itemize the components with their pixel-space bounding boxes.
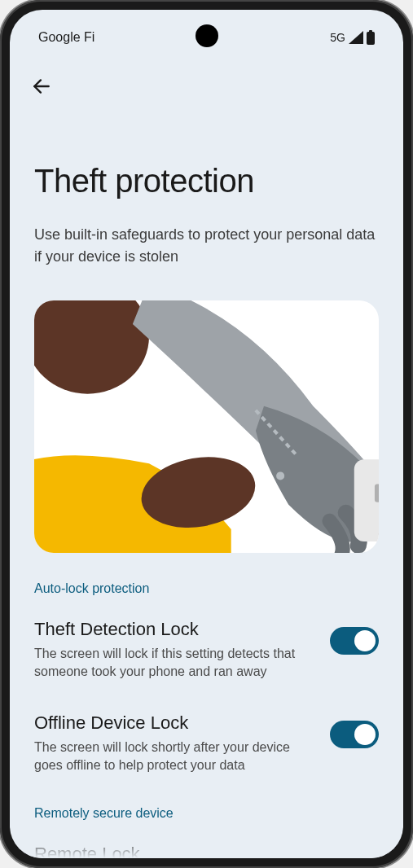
toggle-offline-lock[interactable]	[330, 721, 379, 748]
back-button[interactable]	[30, 75, 53, 98]
setting-remote-lock[interactable]: Remote Lock If your device is lost or st…	[34, 844, 379, 858]
toggle-knob	[354, 724, 376, 745]
camera-notch	[196, 24, 218, 47]
section-header-autolock: Auto-lock protection	[34, 581, 379, 596]
toggle-knob	[354, 630, 376, 651]
nav-bar	[10, 55, 403, 106]
section-header-remote: Remotely secure device	[34, 806, 379, 821]
page-subtitle: Use built-in safeguards to protect your …	[34, 224, 379, 268]
phone-frame: Google Fi 5G Theft protection Use built-…	[0, 0, 413, 868]
setting-theft-detection[interactable]: Theft Detection Lock The screen will loc…	[34, 619, 379, 682]
signal-icon	[349, 31, 363, 44]
status-icons: 5G	[330, 30, 375, 45]
screen: Google Fi 5G Theft protection Use built-…	[10, 10, 403, 858]
svg-rect-7	[375, 484, 379, 502]
svg-point-3	[34, 300, 149, 394]
setting-description: The screen will lock shortly after your …	[34, 739, 314, 775]
setting-text: Remote Lock If your device is lost or st…	[34, 844, 379, 858]
setting-description: The screen will lock if this setting det…	[34, 645, 314, 682]
carrier-label: Google Fi	[38, 30, 94, 45]
setting-offline-lock[interactable]: Offline Device Lock The screen will lock…	[34, 712, 379, 775]
back-arrow-icon	[31, 76, 52, 97]
setting-text: Theft Detection Lock The screen will loc…	[34, 619, 314, 682]
content-area: Theft protection Use built-in safeguards…	[10, 106, 403, 858]
svg-rect-0	[367, 32, 375, 45]
theft-illustration	[34, 300, 379, 553]
toggle-theft-detection[interactable]	[330, 627, 379, 655]
setting-text: Offline Device Lock The screen will lock…	[34, 712, 314, 775]
setting-title: Offline Device Lock	[34, 712, 314, 734]
page-title: Theft protection	[34, 163, 379, 199]
battery-icon	[367, 30, 375, 45]
svg-rect-1	[369, 30, 372, 33]
network-label: 5G	[330, 31, 345, 44]
setting-title: Theft Detection Lock	[34, 619, 314, 640]
svg-point-5	[276, 471, 284, 480]
setting-title: Remote Lock	[34, 844, 379, 858]
